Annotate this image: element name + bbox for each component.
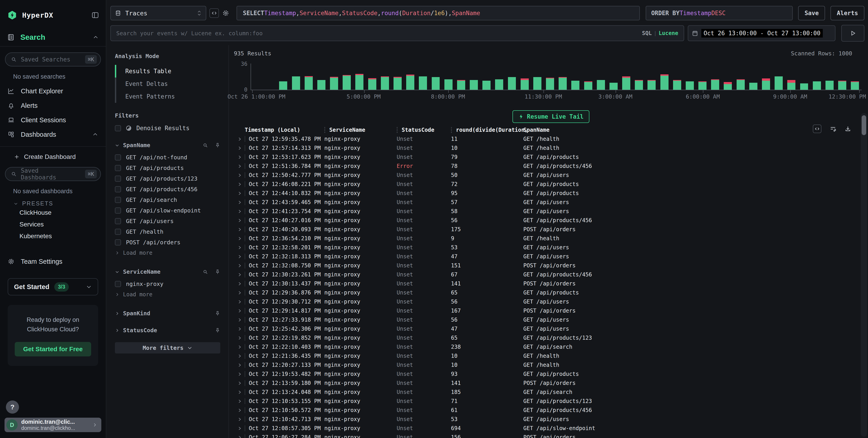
row-expand-chevron-icon[interactable] xyxy=(234,336,245,340)
filter-checkbox[interactable] xyxy=(115,155,121,161)
get-started-for-free-button[interactable]: Get Started for Free xyxy=(15,342,91,357)
histogram-bar[interactable] xyxy=(328,64,340,90)
row-expand-chevron-icon[interactable] xyxy=(234,408,245,412)
column-header-duration[interactable]: round(divide(Duration, xyxy=(451,127,523,133)
row-expand-chevron-icon[interactable] xyxy=(234,363,245,367)
source-select[interactable]: Traces xyxy=(111,6,206,20)
saved-searches-input[interactable]: Saved Searches ⌘K xyxy=(5,53,101,66)
histogram-bar[interactable] xyxy=(632,64,645,90)
table-row[interactable]: Oct 27 12:29:36.876 PM nginx-proxy Unset… xyxy=(234,288,868,297)
table-row[interactable]: Oct 27 12:59:35.478 PM nginx-proxy Unset… xyxy=(234,134,868,143)
filter-group-header[interactable]: StatusCode xyxy=(115,327,220,334)
histogram-bar[interactable] xyxy=(836,64,848,90)
row-expand-chevron-icon[interactable] xyxy=(234,236,245,241)
histogram-bar[interactable] xyxy=(747,64,760,90)
row-expand-chevron-icon[interactable] xyxy=(234,381,245,385)
denoise-checkbox[interactable] xyxy=(115,125,121,131)
sidebar-item-team-settings[interactable]: Team Settings xyxy=(5,254,101,269)
sql-editor-toggle-icon[interactable] xyxy=(210,8,219,18)
scrollbar-thumb[interactable] xyxy=(862,115,866,135)
table-row[interactable]: Oct 27 12:21:36.435 PM nginx-proxy Unset… xyxy=(234,351,868,361)
table-row[interactable]: Oct 27 12:29:14.817 PM nginx-proxy Unset… xyxy=(234,306,868,315)
filter-group-header[interactable]: SpanName xyxy=(115,142,220,148)
table-row[interactable]: Oct 27 12:41:23.754 PM nginx-proxy Unset… xyxy=(234,207,868,216)
load-more-button[interactable]: Load more xyxy=(115,248,220,258)
histogram-bar[interactable] xyxy=(442,64,455,90)
row-expand-chevron-icon[interactable] xyxy=(234,209,245,213)
filter-checkbox[interactable] xyxy=(115,239,121,245)
histogram-bar[interactable] xyxy=(264,64,277,90)
row-expand-chevron-icon[interactable] xyxy=(234,345,245,349)
preset-item-kubernetes[interactable]: Kubernetes xyxy=(5,230,101,242)
row-expand-chevron-icon[interactable] xyxy=(234,281,245,286)
table-row[interactable]: Oct 27 12:25:42.306 PM nginx-proxy Unset… xyxy=(234,324,868,333)
row-expand-chevron-icon[interactable] xyxy=(234,435,245,438)
filter-value-row[interactable]: GET /api/products/123 xyxy=(115,173,220,184)
table-row[interactable]: Oct 27 12:43:59.465 PM nginx-proxy Unset… xyxy=(234,198,868,207)
filter-value-row[interactable]: POST /api/orders xyxy=(115,237,220,248)
table-row[interactable]: Oct 27 12:10:42.713 PM nginx-proxy Unset… xyxy=(234,415,868,424)
histogram-bar[interactable] xyxy=(467,64,480,90)
user-menu[interactable]: D dominic.tran@clic... dominic.tran@clic… xyxy=(4,418,101,432)
save-button[interactable]: Save xyxy=(798,6,825,20)
filter-checkbox[interactable] xyxy=(115,186,121,192)
row-expand-chevron-icon[interactable] xyxy=(234,318,245,322)
row-expand-chevron-icon[interactable] xyxy=(234,291,245,295)
histogram-bar[interactable] xyxy=(772,64,785,90)
histogram-bar[interactable] xyxy=(544,64,556,90)
filter-checkbox[interactable] xyxy=(115,218,121,224)
row-expand-chevron-icon[interactable] xyxy=(234,354,245,358)
histogram-bar[interactable] xyxy=(823,64,836,90)
sidebar-item-dashboards[interactable]: Dashboards xyxy=(5,127,101,142)
histogram-bar[interactable] xyxy=(391,64,404,90)
presets-toggle[interactable]: PRESETS xyxy=(13,200,101,207)
pin-icon[interactable] xyxy=(215,269,220,275)
pin-icon[interactable] xyxy=(215,328,220,333)
column-header-statuscode[interactable]: StatusCode xyxy=(397,127,451,133)
histogram-bar[interactable] xyxy=(760,64,772,90)
histogram-bar[interactable] xyxy=(569,64,582,90)
table-row[interactable]: Oct 27 12:27:33.918 PM nginx-proxy Unset… xyxy=(234,315,868,324)
view-source-code-icon[interactable] xyxy=(813,125,822,133)
run-query-button[interactable] xyxy=(841,25,864,42)
analysis-mode-results-table[interactable]: Results Table xyxy=(115,65,220,77)
table-row[interactable]: Oct 27 12:29:30.712 PM nginx-proxy Unset… xyxy=(234,297,868,306)
histogram-bar[interactable] xyxy=(582,64,594,90)
row-expand-chevron-icon[interactable] xyxy=(234,146,245,150)
filter-value-row[interactable]: GET /api/search xyxy=(115,195,220,205)
sidebar-item-chart-explorer[interactable]: Chart Explorer xyxy=(5,84,101,98)
table-row[interactable]: Oct 27 12:53:17.623 PM nginx-proxy Unset… xyxy=(234,153,868,162)
row-expand-chevron-icon[interactable] xyxy=(234,417,245,422)
chevron-up-icon[interactable] xyxy=(92,132,98,137)
filter-checkbox[interactable] xyxy=(115,229,121,235)
help-button[interactable]: ? xyxy=(6,401,19,413)
histogram-bar[interactable] xyxy=(366,64,379,90)
histogram-bar[interactable] xyxy=(416,64,429,90)
source-settings-gear-icon[interactable] xyxy=(222,9,229,17)
histogram-bar[interactable] xyxy=(277,64,289,90)
table-row[interactable]: Oct 27 12:13:59.180 PM nginx-proxy Unset… xyxy=(234,378,868,388)
filter-value-row[interactable]: GET /api/not-found xyxy=(115,152,220,163)
preset-item-clickhouse[interactable]: ClickHouse xyxy=(5,207,101,218)
filter-value-row[interactable]: GET /health xyxy=(115,227,220,237)
column-header-timestamp[interactable]: Timestamp (Local) xyxy=(245,127,324,133)
language-toggle-lucene[interactable]: Lucene xyxy=(658,30,678,36)
row-expand-chevron-icon[interactable] xyxy=(234,173,245,177)
chevron-up-icon[interactable] xyxy=(93,34,99,40)
denoise-results-row[interactable]: Denoise Results xyxy=(115,125,220,132)
event-search-input[interactable]: Search your events w/ Lucene ex. column:… xyxy=(111,25,684,41)
row-expand-chevron-icon[interactable] xyxy=(234,426,245,431)
table-row[interactable]: Oct 27 12:50:42.777 PM nginx-proxy Unset… xyxy=(234,171,868,180)
create-dashboard-button[interactable]: Create Dashboard xyxy=(5,149,101,164)
row-expand-chevron-icon[interactable] xyxy=(234,245,245,250)
histogram-bar[interactable] xyxy=(353,64,366,90)
histogram-bar[interactable] xyxy=(531,64,544,90)
filter-checkbox[interactable] xyxy=(115,281,121,287)
histogram-bar[interactable] xyxy=(645,64,658,90)
histogram-bar[interactable] xyxy=(480,64,493,90)
row-expand-chevron-icon[interactable] xyxy=(234,155,245,159)
get-started-toggle[interactable]: Get Started 3/3 xyxy=(8,278,98,295)
row-expand-chevron-icon[interactable] xyxy=(234,300,245,304)
row-expand-chevron-icon[interactable] xyxy=(234,327,245,331)
resume-live-tail-button[interactable]: Resume Live Tail xyxy=(513,110,589,123)
